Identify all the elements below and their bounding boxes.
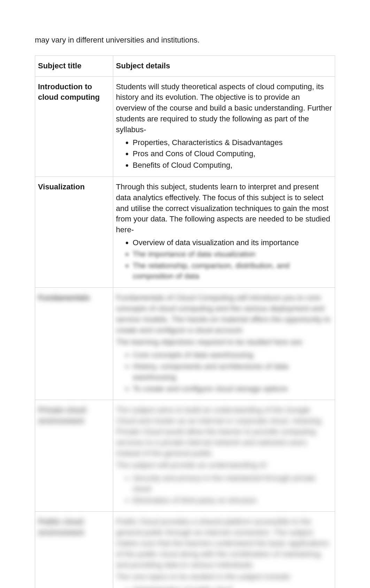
details-bullet-item: The importance of data visualization bbox=[133, 249, 332, 260]
subject-details-cell: Public Cloud provides a shared platform … bbox=[113, 512, 335, 588]
details-bullet-list: Administration of public cloud bbox=[133, 585, 332, 588]
details-bullet-item: Core concepts of data warehousing bbox=[133, 350, 332, 361]
details-paragraph: The core topics to be studied in this su… bbox=[116, 572, 332, 582]
details-paragraph: Students will study theoretical aspects … bbox=[116, 82, 332, 135]
details-bullet-item: The relationship, comparison, distributi… bbox=[133, 261, 332, 282]
details-bullet-item: To create and configure cloud storage op… bbox=[133, 384, 332, 394]
details-bullet-item: Pros and Cons of Cloud Computing, bbox=[133, 149, 332, 159]
details-bullet-item: Security and privacy in the maintained t… bbox=[133, 473, 332, 495]
details-bullet-list: Properties, Characteristics & Disadvanta… bbox=[133, 137, 332, 171]
intro-paragraph: may vary in different universities and i… bbox=[35, 35, 335, 46]
syllabus-table: Subject title Subject details Introducti… bbox=[35, 55, 335, 588]
table-row: Introduction to cloud computingStudents … bbox=[35, 76, 335, 176]
subject-title-cell: Private cloud environment bbox=[35, 400, 113, 512]
details-bullet-list: Security and privacy in the maintained t… bbox=[133, 473, 332, 506]
details-bullet-list: Core concepts of data warehousingHistory… bbox=[133, 350, 332, 394]
table-row: VisualizationThrough this subject, stude… bbox=[35, 176, 335, 287]
subject-title-cell: Introduction to cloud computing bbox=[35, 76, 113, 176]
details-bullet-item: Administration of public cloud bbox=[133, 585, 332, 588]
details-paragraph: Fundamentals of Cloud Computing will int… bbox=[116, 293, 332, 336]
subject-title-cell: Visualization bbox=[35, 176, 113, 287]
subject-title-text: Introduction to cloud computing bbox=[38, 82, 100, 102]
subject-title-cell: Public cloud environment bbox=[35, 512, 113, 588]
details-paragraph: Through this subject, students learn to … bbox=[116, 182, 332, 235]
details-paragraph: The subject aims to build an understandi… bbox=[116, 405, 332, 459]
subject-title-text: Visualization bbox=[38, 182, 85, 191]
details-paragraph: The learning objectives required to be s… bbox=[116, 337, 332, 348]
details-bullet-item: Properties, Characteristics & Disadvanta… bbox=[133, 137, 332, 148]
subject-title-text: Fundamentals bbox=[38, 293, 90, 302]
table-row: FundamentalsFundamentals of Cloud Comput… bbox=[35, 288, 335, 400]
col-header-subject-details: Subject details bbox=[113, 55, 335, 76]
subject-title-text: Public cloud environment bbox=[38, 517, 84, 537]
table-header-row: Subject title Subject details bbox=[35, 55, 335, 76]
details-bullet-list: Overview of data visualization and its i… bbox=[133, 238, 332, 282]
table-row: Public cloud environmentPublic Cloud pro… bbox=[35, 512, 335, 588]
subject-details-cell: The subject aims to build an understandi… bbox=[113, 400, 335, 512]
details-paragraph: Public Cloud provides a shared platform … bbox=[116, 517, 332, 570]
subject-title-cell: Fundamentals bbox=[35, 288, 113, 400]
subject-details-cell: Through this subject, students learn to … bbox=[113, 176, 335, 287]
details-paragraph: The subject will provide an understandin… bbox=[116, 460, 332, 471]
col-header-subject-title: Subject title bbox=[35, 55, 113, 76]
subject-title-text: Private cloud environment bbox=[38, 406, 86, 425]
subject-details-cell: Fundamentals of Cloud Computing will int… bbox=[113, 288, 335, 400]
details-bullet-item: Elimination of third party on intrusion bbox=[133, 495, 332, 506]
table-row: Private cloud environmentThe subject aim… bbox=[35, 400, 335, 512]
details-bullet-item: Benefits of Cloud Computing, bbox=[133, 160, 332, 171]
subject-details-cell: Students will study theoretical aspects … bbox=[113, 76, 335, 176]
details-bullet-item: Overview of data visualization and its i… bbox=[133, 238, 332, 248]
details-bullet-item: History, components and architectures of… bbox=[133, 361, 332, 383]
